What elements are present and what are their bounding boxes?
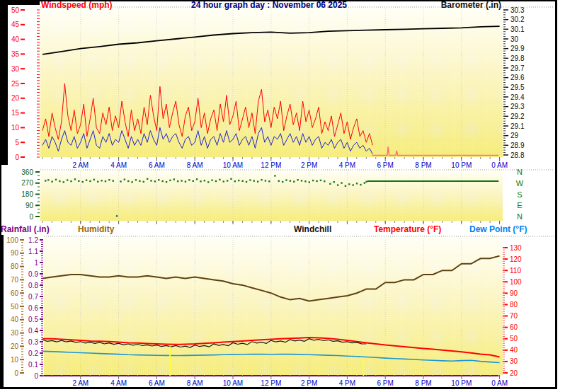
wind-direction-dot: [89, 180, 91, 182]
wind-direction-dot: [274, 175, 275, 176]
windspeed-tick-label: 50: [11, 6, 20, 14]
wind-direction-dot: [97, 180, 98, 182]
wind-direction-dot: [253, 180, 255, 181]
compass-label: N: [517, 212, 523, 221]
rainfall-tick-label: 0: [34, 372, 38, 380]
temperature-tick-label: 90: [510, 289, 518, 297]
wind-direction-dot: [108, 179, 110, 180]
temperature-tick-label: 30: [510, 357, 518, 365]
wind-direction-dot: [324, 180, 325, 182]
direction-tick-label: 180: [21, 190, 33, 198]
wind-direction-dot: [356, 183, 358, 184]
wind-direction-dot: [365, 181, 367, 183]
x-axis-label-top: 0 AM: [491, 161, 508, 169]
windspeed-tick-label: 45: [11, 21, 20, 28]
barometer-tick-label: 29.3: [510, 103, 525, 110]
wind-direction-plot-texture: [40, 170, 503, 221]
x-axis-label-bottom: 2 PM: [301, 379, 317, 387]
wind-direction-dot: [223, 180, 224, 182]
x-axis-label-top: 2 PM: [301, 161, 317, 169]
barometer-tick-label: 28.8: [510, 151, 525, 159]
wind-direction-dot: [67, 179, 68, 180]
wind-direction-dot: [268, 180, 270, 182]
temperature-tick-label: 120: [510, 255, 522, 263]
x-axis-label-bottom: 0 AM: [491, 379, 508, 387]
wind-direction-dot: [166, 181, 167, 183]
barometer-tick-label: 29.4: [510, 93, 525, 101]
wind-direction-dot: [93, 179, 95, 180]
wind-direction-dot: [101, 180, 102, 181]
wind-direction-dot: [55, 179, 57, 180]
humidity-tick-label: 70: [11, 276, 19, 284]
temperature-tick-label: 130: [510, 244, 522, 252]
x-axis-label-top: 4 PM: [339, 161, 355, 169]
wind-direction-dot: [238, 180, 239, 181]
wind-direction-dot: [158, 179, 159, 180]
temperature-tick-label: 50: [510, 335, 518, 342]
wind-direction-dot: [127, 180, 129, 182]
wind-direction-dot: [120, 180, 121, 182]
humidity-tick-label: 20: [11, 342, 19, 350]
wind-direction-dot: [297, 179, 298, 180]
barometer-tick-label: 30.1: [510, 25, 525, 33]
wind-direction-dot: [113, 180, 114, 181]
windspeed-tick-label: 35: [11, 50, 20, 58]
wind-direction-dot: [196, 178, 198, 180]
wind-direction-dot: [341, 182, 342, 183]
wind-direction-dot: [329, 183, 331, 185]
wind-direction-dot: [86, 180, 87, 181]
compass-label: W: [516, 179, 524, 188]
wind-direction-dot: [135, 179, 137, 180]
rainfall-tick-label: 0.7: [28, 293, 38, 301]
x-axis-label-bottom: 2 AM: [72, 379, 89, 387]
wind-direction-dot: [320, 180, 321, 181]
x-axis-label-bottom: 4 PM: [339, 379, 355, 387]
windspeed-axis-title: Windspeed (mph): [41, 0, 113, 10]
x-axis-label-top: 12 PM: [261, 161, 281, 169]
temperature-tick-label: 110: [510, 267, 521, 275]
rainfall-tick-label: 0.6: [28, 304, 38, 312]
wind-direction-dot: [204, 180, 205, 181]
rainfall-tick-label: 0.5: [28, 316, 38, 323]
wind-direction-dot: [193, 180, 194, 182]
wind-direction-dot: [364, 182, 365, 183]
rainfall-tick-label: 0.2: [28, 350, 38, 357]
wind-direction-dot: [301, 180, 302, 181]
x-axis-label-bottom: 8 PM: [415, 379, 431, 387]
humidity-label: Humidity: [78, 224, 114, 234]
wind-direction-dot: [47, 179, 49, 180]
barometer-tick-label: 30.2: [510, 16, 525, 23]
rainfall-tick-label: 1.1: [28, 248, 38, 255]
wind-direction-dot: [105, 180, 106, 182]
rainfall-label: Rainfall (.in): [1, 224, 50, 234]
wind-direction-dot: [278, 180, 280, 182]
wind-direction-dot: [181, 180, 182, 181]
barometer-tick-label: 29.5: [510, 83, 525, 91]
x-axis-label-bottom: 8 AM: [187, 379, 203, 387]
barometer-tick-label: 30.3: [510, 6, 525, 14]
wind-direction-dot: [185, 180, 186, 182]
temperature-tick-label: 20: [510, 369, 518, 377]
compass-label: E: [517, 201, 522, 209]
barometer-tick-label: 29.2: [510, 113, 525, 120]
wind-direction-dot: [345, 185, 346, 187]
x-axis-label-bottom: 12 PM: [261, 379, 281, 387]
wind-direction-dot: [124, 179, 125, 180]
x-axis-label-top: 8 PM: [415, 161, 431, 169]
x-axis-label-top: 2 AM: [72, 161, 89, 169]
wind-direction-dot: [309, 181, 310, 183]
temperature-tick-label: 60: [510, 323, 518, 331]
humidity-tick-label: 80: [11, 263, 19, 270]
wind-direction-dot: [261, 179, 262, 180]
temperature-tick-label: 40: [510, 346, 518, 354]
temperature-label: Temperature (°F): [374, 224, 441, 234]
compass-label: N: [517, 168, 523, 176]
wind-direction-dot: [285, 179, 287, 180]
wind-direction-dot: [304, 180, 306, 182]
graph-title: 24 hour graph day : November 06 2025: [163, 0, 375, 10]
wind-direction-dot: [116, 215, 118, 217]
direction-tick-label: 270: [21, 179, 33, 187]
humidity-tick-label: 100: [6, 236, 18, 244]
wind-direction-dot: [227, 180, 228, 181]
dewpoint-label: Dew Point (°F): [469, 224, 527, 234]
